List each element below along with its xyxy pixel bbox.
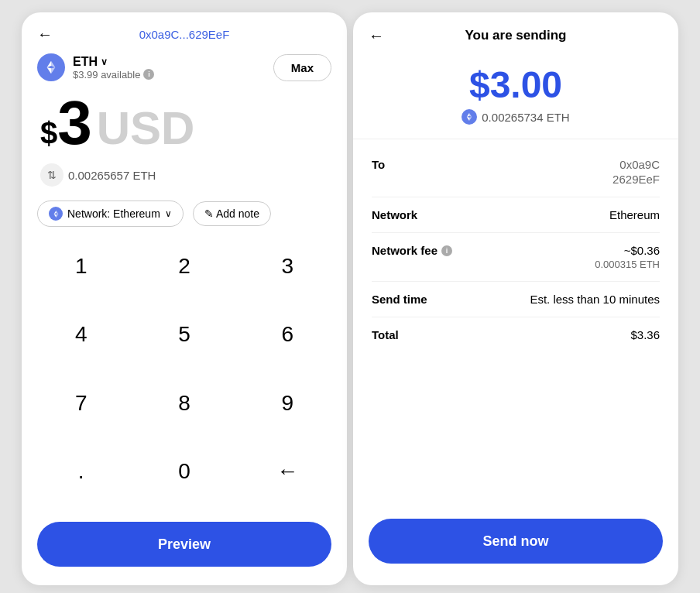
fee-usd-value: ~$0.36 [624, 244, 660, 257]
numpad-key-1[interactable]: 1 [29, 239, 132, 293]
network-eth-icon [49, 207, 63, 221]
to-address: 0x0a9C 2629EeF [612, 158, 660, 186]
fee-eth-value: 0.000315 ETH [595, 259, 660, 270]
options-row: Network: Ethereum ∨ ✎ Add note [22, 196, 347, 239]
total-value: $3.36 [630, 328, 660, 341]
numpad-key-dot[interactable]: . [29, 444, 132, 499]
right-header: ← You are sending [353, 12, 678, 50]
network-button[interactable]: Network: Ethereum ∨ [37, 201, 184, 227]
svg-marker-10 [469, 117, 472, 121]
fee-label: Network fee [372, 244, 438, 257]
details-section: To 0x0a9C 2629EeF Network Ethereum Netwo… [353, 139, 678, 509]
network-detail-label: Network [372, 208, 417, 221]
back-button-left[interactable]: ← [37, 26, 53, 43]
sending-amount-section: $3.00 0.00265734 ETH [353, 50, 678, 139]
svg-marker-7 [53, 214, 56, 218]
add-note-button[interactable]: ✎ Add note [193, 201, 271, 226]
fee-value-multi: ~$0.36 0.000315 ETH [595, 244, 660, 270]
you-are-sending-title: You are sending [465, 28, 567, 43]
total-label: Total [372, 328, 399, 341]
add-note-label: ✎ Add note [204, 207, 259, 220]
fee-info-icon[interactable]: i [441, 245, 452, 256]
token-name[interactable]: ETH ∨ [73, 55, 154, 69]
numpad-key-0[interactable]: 0 [132, 444, 235, 499]
send-now-button[interactable]: Send now [369, 519, 663, 564]
preview-button[interactable]: Preview [37, 522, 331, 567]
numpad-key-backspace[interactable]: ← [236, 444, 339, 499]
dollar-sign: $ [40, 116, 57, 151]
token-label: ETH ∨ $3.99 available i [73, 55, 154, 81]
svg-marker-3 [47, 67, 51, 74]
swap-currency-button[interactable]: ⇅ [40, 163, 63, 187]
eth-amount-text: 0.00265657 ETH [68, 169, 156, 182]
sending-eth-amount-row: 0.00265734 ETH [462, 109, 569, 125]
svg-marker-5 [53, 210, 56, 214]
numpad-key-4[interactable]: 4 [29, 307, 132, 362]
amount-number: 3 [57, 92, 92, 154]
network-row: Network Ethereum [372, 197, 660, 233]
numpad-key-8[interactable]: 8 [132, 376, 235, 430]
numpad: 123456789.0← [22, 239, 347, 512]
left-header: ← 0x0a9C...629EeF [22, 12, 347, 47]
total-row: Total $3.36 [372, 317, 660, 352]
svg-marker-1 [47, 61, 51, 67]
svg-marker-2 [51, 67, 55, 74]
svg-marker-0 [51, 61, 55, 67]
to-address-line1: 0x0a9C [619, 158, 660, 171]
token-info: ETH ∨ $3.99 available i [37, 53, 154, 81]
token-row: ETH ∨ $3.99 available i Max [22, 47, 347, 84]
send-time-row: Send time Est. less than 10 minutes [372, 282, 660, 317]
network-detail-value: Ethereum [609, 208, 660, 221]
svg-marker-8 [469, 113, 472, 117]
numpad-key-7[interactable]: 7 [29, 376, 132, 430]
fee-label-row: Network fee i [372, 244, 452, 257]
sending-usd-amount: $3.00 [469, 63, 562, 106]
amount-display: $ 3 USD [22, 84, 347, 157]
eth-token-icon [37, 53, 65, 81]
network-fee-row: Network fee i ~$0.36 0.000315 ETH [372, 233, 660, 282]
svg-marker-6 [56, 214, 58, 218]
to-row: To 0x0a9C 2629EeF [372, 147, 660, 197]
wallet-address: 0x0a9C...629EeF [139, 28, 230, 41]
eth-amount-row: ⇅ 0.00265657 ETH [22, 157, 347, 196]
network-label: Network: Ethereum [67, 207, 160, 220]
numpad-key-5[interactable]: 5 [132, 307, 235, 362]
svg-marker-9 [467, 113, 469, 117]
numpad-key-3[interactable]: 3 [236, 239, 339, 293]
token-chevron-icon: ∨ [101, 57, 108, 67]
currency-label: USD [97, 105, 195, 152]
available-info-icon[interactable]: i [143, 69, 154, 80]
svg-marker-4 [56, 210, 58, 214]
back-button-right[interactable]: ← [369, 27, 384, 45]
send-screen-right: ← You are sending $3.00 0.00265734 ETH [353, 12, 678, 585]
numpad-key-2[interactable]: 2 [132, 239, 235, 293]
send-time-value: Est. less than 10 minutes [530, 293, 660, 306]
token-available: $3.99 available i [73, 69, 154, 81]
numpad-key-9[interactable]: 9 [236, 376, 339, 430]
svg-marker-11 [467, 117, 469, 121]
network-chevron-icon: ∨ [165, 208, 172, 219]
sending-eth-icon [462, 109, 477, 125]
to-address-line2: 2629EeF [612, 173, 660, 186]
max-button[interactable]: Max [273, 54, 331, 81]
to-label: To [372, 158, 385, 171]
sending-eth-amount: 0.00265734 ETH [482, 111, 569, 124]
send-screen-left: ← 0x0a9C...629EeF ETH ∨ [22, 12, 347, 585]
send-time-label: Send time [372, 293, 427, 306]
numpad-key-6[interactable]: 6 [236, 307, 339, 362]
